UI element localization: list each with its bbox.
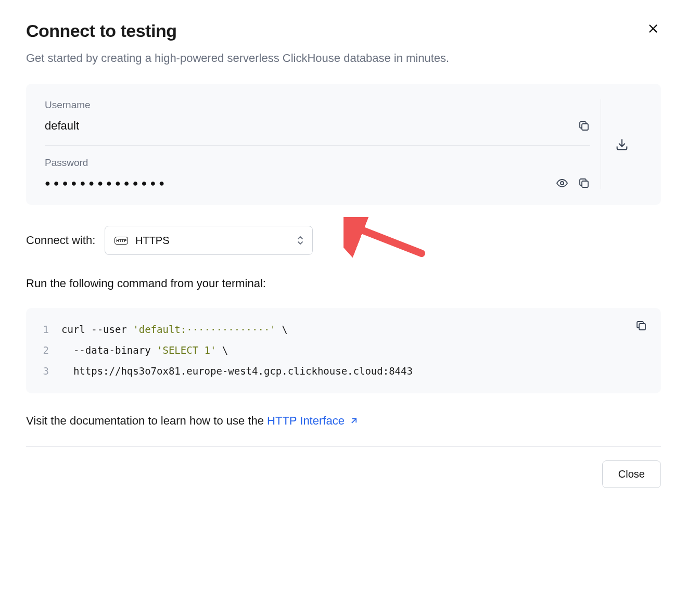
http-interface-link[interactable]: HTTP Interface <box>267 414 359 428</box>
svg-rect-6 <box>639 324 645 330</box>
documentation-hint: Visit the documentation to learn how to … <box>26 414 661 428</box>
dialog-subtitle: Get started by creating a high-powered s… <box>26 52 661 65</box>
svg-rect-2 <box>582 124 588 130</box>
copy-username-icon[interactable] <box>578 120 590 132</box>
reveal-password-icon[interactable] <box>556 177 568 189</box>
line-number: 2 <box>40 340 49 361</box>
password-value: ●●●●●●●●●●●●●● <box>45 178 546 189</box>
code-block: 1 curl --user 'default:··············' \… <box>26 308 661 393</box>
connect-with-label: Connect with: <box>26 234 95 247</box>
username-label: Username <box>45 99 590 111</box>
close-button[interactable]: Close <box>602 460 661 488</box>
protocol-selected-value: HTTPS <box>135 235 170 247</box>
credentials-panel: Username default Password ●●●●●●●●●●●●●● <box>26 84 661 205</box>
chevron-updown-icon <box>297 236 304 245</box>
svg-line-5 <box>350 225 422 253</box>
code-line-2: 2 --data-binary 'SELECT 1' \ <box>40 340 647 361</box>
line-number: 1 <box>40 319 49 340</box>
svg-point-3 <box>561 182 564 185</box>
close-icon[interactable] <box>645 21 661 38</box>
annotation-arrow <box>344 217 427 264</box>
copy-password-icon[interactable] <box>578 177 590 189</box>
svg-rect-4 <box>582 181 588 187</box>
code-line-1: 1 curl --user 'default:··············' \ <box>40 319 647 340</box>
copy-code-icon[interactable] <box>635 319 647 332</box>
download-credentials-icon[interactable] <box>615 137 629 152</box>
dialog-title: Connect to testing <box>26 21 176 41</box>
protocol-select[interactable]: HTTP HTTPS <box>105 226 313 255</box>
http-icon: HTTP <box>115 237 128 245</box>
line-number: 3 <box>40 361 49 382</box>
run-instruction: Run the following command from your term… <box>26 277 661 290</box>
external-link-icon <box>349 416 359 426</box>
username-value: default <box>45 119 568 133</box>
code-line-3: 3 https://hqs3o7ox81.europe-west4.gcp.cl… <box>40 361 647 382</box>
footer-divider <box>26 446 661 447</box>
password-label: Password <box>45 157 590 169</box>
